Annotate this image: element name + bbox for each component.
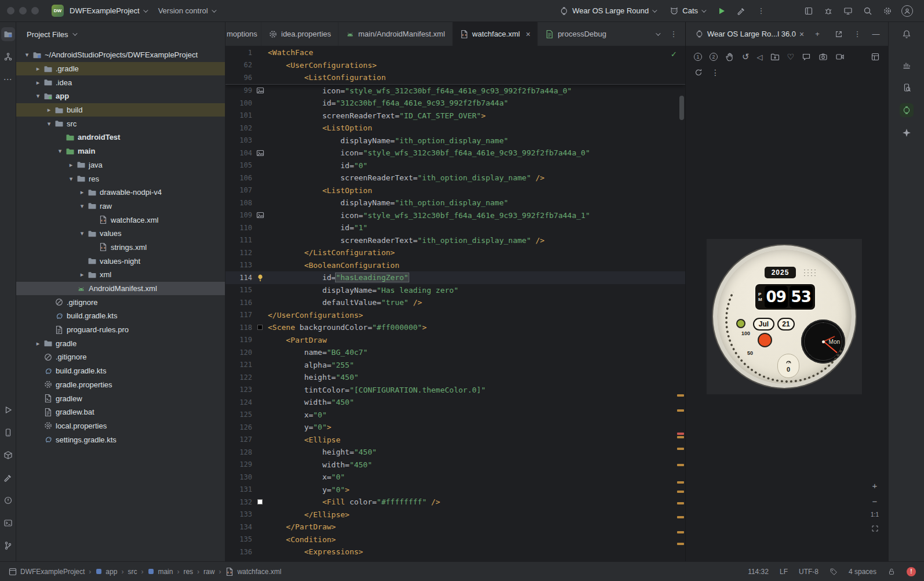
tab-moptions[interactable]: moptions	[225, 22, 261, 46]
run-configuration-selector[interactable]: Cats	[664, 3, 711, 19]
more-icon[interactable]: ⋯	[1, 72, 15, 86]
tree-item-gradle[interactable]: ▸gradle	[16, 336, 225, 350]
error-stripe-mark[interactable]	[677, 394, 684, 397]
chevron-right-icon[interactable]: ▸	[33, 65, 43, 72]
device-screen[interactable]: 2025 P M 09 53 Jul 21 Mon	[707, 239, 862, 394]
code-line-104[interactable]: 104 icon="style_wfs_312c30bf_f64a_461e_9…	[225, 147, 685, 159]
project-name-menu[interactable]: DWFExampleProject	[64, 3, 152, 19]
add-device-button[interactable]: +	[809, 26, 826, 42]
code-line-115[interactable]: 115 displayName="Has leading zero"	[225, 284, 685, 297]
code-line-62[interactable]: 62 <UserConfigurations>	[225, 59, 685, 72]
code-line-100[interactable]: 100 id="312c30bf_f64a_461e_9c93_992f2fb7…	[225, 97, 685, 110]
error-stripe-mark[interactable]	[677, 436, 684, 438]
code-line-123[interactable]: 123 tintColor="[CONFIGURATION.themeColor…	[225, 384, 685, 397]
chevron-right-icon[interactable]: ▸	[33, 79, 43, 86]
code-line-116[interactable]: 116 defaultValue="true" />	[225, 296, 685, 309]
tree-item-build[interactable]: ▸build	[16, 103, 225, 117]
tab-idea-properties[interactable]: idea.properties	[261, 22, 339, 46]
tree-item-strings-xml[interactable]: strings.xml	[16, 241, 225, 255]
hide-panel-icon[interactable]: —	[867, 26, 885, 42]
more-v-icon[interactable]: ⋮	[711, 68, 719, 77]
chevron-right-icon[interactable]: ▸	[66, 161, 76, 169]
editor-scrollbar[interactable]	[679, 96, 684, 120]
chevron-down-icon[interactable]: ▾	[44, 120, 54, 128]
breadcrumb-watchface-xml[interactable]: watchface.xml	[225, 567, 281, 576]
heart-icon[interactable]: ♡	[787, 52, 795, 61]
code-line-108[interactable]: 108 displayName="ith_option_display_name…	[225, 197, 685, 209]
device-tab[interactable]: Wear OS Large Ro...l 36.0 ×	[692, 30, 807, 39]
tree-item-androidmanifest-xml[interactable]: AndroidManifest.xml	[16, 282, 225, 296]
tree-item-drawable-nodpi-v4[interactable]: ▸drawable-nodpi-v4	[16, 186, 225, 199]
zoom-in-button[interactable]: +	[870, 480, 880, 491]
tree-item-gradlew[interactable]: gradlew	[16, 391, 225, 405]
device-explorer-icon[interactable]	[900, 81, 914, 95]
code-line-117[interactable]: 117</UserConfigurations>	[225, 309, 685, 322]
chevron-down-icon[interactable]: ▾	[77, 202, 87, 210]
indent-setting[interactable]: 4 spaces	[849, 568, 876, 576]
devices-icon[interactable]	[1, 426, 15, 440]
error-stripe-mark[interactable]	[677, 502, 684, 504]
tree-item-settings-gradle-kts[interactable]: settings.gradle.kts	[16, 433, 225, 446]
code-line-103[interactable]: 103 displayName="ith_option_display_name…	[225, 135, 685, 147]
build-icon[interactable]	[1, 471, 15, 485]
code-line-109[interactable]: 109 icon="style_wfs_312c30bf_f64a_461e_9…	[225, 209, 685, 222]
breadcrumb-src[interactable]: src	[128, 568, 137, 576]
version-control-icon[interactable]	[1, 539, 15, 553]
breadcrumb-raw[interactable]: raw	[203, 568, 214, 576]
install-icon[interactable]	[770, 52, 780, 61]
error-stripe-mark[interactable]	[677, 464, 684, 466]
tag-icon[interactable]	[830, 568, 838, 576]
tree-item-res[interactable]: ▾res	[16, 172, 225, 186]
error-stripe-mark[interactable]	[677, 481, 684, 484]
code-line-101[interactable]: 101 screenReaderText="ID_CAT_STEP_OVER">	[225, 110, 685, 122]
chevron-down-icon[interactable]: ▾	[33, 92, 43, 100]
error-stripe-mark[interactable]	[677, 516, 684, 518]
code-line-126[interactable]: 126 y="0">	[225, 421, 685, 434]
chevron-down-icon[interactable]: ▾	[66, 175, 76, 183]
chevron-right-icon[interactable]: ▸	[33, 340, 43, 347]
code-line-114[interactable]: 114 id="hasLeadingZero"	[225, 271, 685, 284]
tree-item-values[interactable]: ▾values	[16, 227, 225, 241]
code-line-136[interactable]: 136 <Expressions>	[225, 546, 685, 558]
project-icon[interactable]	[1, 27, 15, 41]
zoom-reset-button[interactable]: 1:1	[871, 511, 879, 518]
file-encoding[interactable]: UTF-8	[799, 568, 818, 576]
structure-icon[interactable]	[1, 50, 15, 64]
terminal-icon[interactable]	[1, 516, 15, 530]
run-button[interactable]	[713, 3, 730, 19]
open-in-window-icon[interactable]	[830, 26, 847, 42]
notification-badge[interactable]: !	[907, 567, 916, 576]
code-line-1[interactable]: 1<WatchFace	[225, 46, 685, 59]
chevron-down-icon[interactable]: ▾	[55, 147, 65, 155]
layout-icon[interactable]	[871, 52, 880, 61]
code-line-113[interactable]: 113 <BooleanConfiguration	[225, 259, 685, 272]
error-stripe-mark[interactable]	[677, 531, 684, 533]
zoom-out-button[interactable]: −	[870, 496, 880, 506]
profiler-icon[interactable]	[820, 3, 837, 19]
chevron-down-icon[interactable]: ▾	[77, 230, 87, 237]
tree-item-java[interactable]: ▸java	[16, 158, 225, 172]
button-1-icon[interactable]: 1	[694, 53, 702, 61]
code-line-122[interactable]: 122 height="450"	[225, 371, 685, 384]
device-selector[interactable]: Wear OS Large Round	[554, 3, 661, 19]
package-icon[interactable]	[1, 448, 15, 462]
code-line-124[interactable]: 124 width="450"	[225, 396, 685, 409]
code-line-125[interactable]: 125 x="0"	[225, 409, 685, 422]
code-line-112[interactable]: 112 </ListConfiguration>	[225, 246, 685, 259]
tab-options-icon[interactable]: ⋮	[667, 26, 681, 42]
minimize-window-button[interactable]	[19, 7, 27, 14]
code-line-105[interactable]: 105 id="0"	[225, 159, 685, 172]
tree-item-build-gradle-kts[interactable]: build.gradle.kts	[16, 364, 225, 378]
back-icon[interactable]: ◁	[757, 53, 763, 61]
chevron-right-icon[interactable]: ▸	[77, 188, 87, 196]
tree-item-local-properties[interactable]: local.properties	[16, 419, 225, 433]
project-panel-header[interactable]: Project Files	[16, 22, 225, 46]
code-line-131[interactable]: 131 y="0">	[225, 484, 685, 496]
close-icon[interactable]: ×	[526, 30, 530, 39]
panel-options-icon[interactable]: ⋮	[849, 26, 866, 42]
run-icon[interactable]	[1, 403, 15, 417]
build-icon[interactable]	[733, 3, 750, 19]
tree-item-build-gradle-kts[interactable]: build.gradle.kts	[16, 309, 225, 323]
tab-watchface-xml[interactable]: watchface.xml×	[453, 22, 539, 46]
tree-item-gradle-properties[interactable]: gradle.properties	[16, 378, 225, 392]
